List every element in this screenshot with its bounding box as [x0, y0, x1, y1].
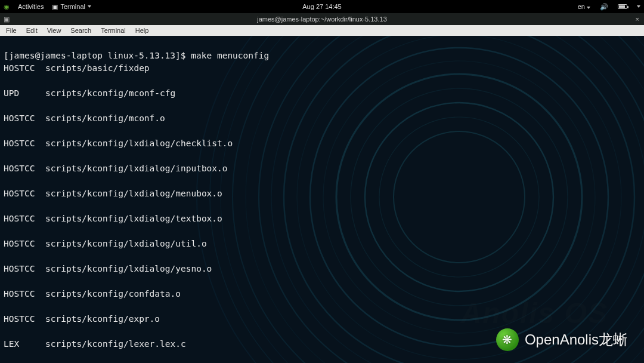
- window-title-bar: ▣ james@james-laptop:~/workdir/linux-5.1…: [0, 13, 644, 25]
- command: make menuconfig: [191, 51, 269, 60]
- chevron-down-icon: [88, 5, 91, 8]
- build-line: HOSTCCscripts/basic/fixdep: [4, 62, 640, 75]
- file-col: scripts/kconfig/lxdialog/checklist.o: [45, 137, 233, 150]
- tool-col: HOSTCC: [4, 288, 45, 300]
- terminal-menu-bar: File Edit View Search Terminal Help: [0, 25, 644, 36]
- battery-icon[interactable]: [618, 4, 627, 9]
- prompt-line: [james@james-laptop linux-5.13.13]$ make…: [4, 51, 269, 60]
- volume-icon[interactable]: 🔊: [600, 3, 608, 11]
- file-col: scripts/kconfig/lxdialog/util.o: [45, 238, 207, 250]
- menu-search[interactable]: Search: [67, 26, 95, 35]
- clock[interactable]: Aug 27 14:45: [302, 3, 341, 10]
- tool-col: HOSTCC: [4, 137, 45, 150]
- tool-col: LEX: [4, 338, 45, 350]
- activities-button[interactable]: Activities: [18, 3, 44, 10]
- appmenu-terminal[interactable]: ▣ Terminal: [52, 3, 91, 11]
- input-language[interactable]: en: [578, 3, 590, 10]
- menu-edit[interactable]: Edit: [23, 26, 41, 35]
- tool-col: UPD: [4, 87, 45, 100]
- file-col: scripts/basic/fixdep: [45, 62, 150, 75]
- menu-terminal[interactable]: Terminal: [97, 26, 129, 35]
- tab-icon: ▣: [0, 16, 13, 23]
- lang-label: en: [578, 3, 585, 10]
- terminal-icon: ▣: [52, 3, 58, 11]
- file-col: scripts/kconfig/mconf.o: [45, 112, 165, 125]
- appmenu-label: Terminal: [60, 3, 85, 10]
- tool-col: HOSTCC: [4, 263, 45, 275]
- menu-view[interactable]: View: [44, 26, 65, 35]
- tool-col: HOSTCC: [4, 162, 45, 175]
- menu-help[interactable]: Help: [132, 26, 153, 35]
- tool-col: HOSTCC: [4, 112, 45, 125]
- tool-col: HOSTCC: [4, 313, 45, 325]
- terminal-output[interactable]: [james@james-laptop linux-5.13.13]$ make…: [0, 36, 644, 363]
- tool-col: HOSTCC: [4, 238, 45, 250]
- file-col: scripts/kconfig/lxdialog/inputbox.o: [45, 162, 228, 175]
- file-col: scripts/kconfig/lxdialog/yesno.o: [45, 263, 212, 275]
- file-col: scripts/kconfig/lexer.lex.c: [45, 338, 186, 350]
- window-title: james@james-laptop:~/workdir/linux-5.13.…: [257, 16, 387, 23]
- gnome-top-bar: ◉ Activities ▣ Terminal Aug 27 14:45 en …: [0, 0, 644, 13]
- build-line: HOSTCCscripts/kconfig/lxdialog/util.o: [4, 238, 640, 250]
- build-line: HOSTCCscripts/kconfig/lxdialog/inputbox.…: [4, 162, 640, 175]
- menu-file[interactable]: File: [2, 26, 20, 35]
- close-button[interactable]: ×: [631, 16, 644, 23]
- wechat-icon: ❋: [496, 328, 519, 351]
- file-col: scripts/kconfig/lxdialog/textbox.o: [45, 213, 222, 225]
- watermark-text: OpenAnolis龙蜥: [525, 330, 627, 349]
- tool-col: HOSTCC: [4, 213, 45, 225]
- build-line: HOSTCCscripts/kconfig/lxdialog/textbox.o: [4, 213, 640, 225]
- chevron-down-icon: [587, 7, 590, 9]
- file-col: scripts/kconfig/expr.o: [45, 313, 160, 325]
- build-line: HOSTCCscripts/kconfig/lxdialog/checklist…: [4, 137, 640, 150]
- tool-col: HOSTCC: [4, 187, 45, 200]
- build-line: HOSTCCscripts/kconfig/confdata.o: [4, 288, 640, 300]
- build-line: HOSTCCscripts/kconfig/expr.o: [4, 313, 640, 325]
- build-line: UPDscripts/kconfig/mconf-cfg: [4, 87, 640, 100]
- file-col: scripts/kconfig/lxdialog/menubox.o: [45, 187, 222, 200]
- chevron-down-icon[interactable]: [637, 5, 640, 8]
- build-line: HOSTCCscripts/kconfig/mconf.o: [4, 112, 640, 125]
- file-col: scripts/kconfig/mconf-cfg: [45, 87, 175, 100]
- build-line: HOSTCCscripts/kconfig/lxdialog/yesno.o: [4, 263, 640, 275]
- tool-col: HOSTCC: [4, 62, 45, 75]
- watermark: ❋ OpenAnolis龙蜥: [496, 328, 627, 351]
- build-line: HOSTCCscripts/kconfig/lxdialog/menubox.o: [4, 187, 640, 200]
- gnome-foot-icon: ◉: [4, 3, 10, 11]
- file-col: scripts/kconfig/confdata.o: [45, 288, 181, 300]
- prompt: [james@james-laptop linux-5.13.13]$: [4, 51, 191, 60]
